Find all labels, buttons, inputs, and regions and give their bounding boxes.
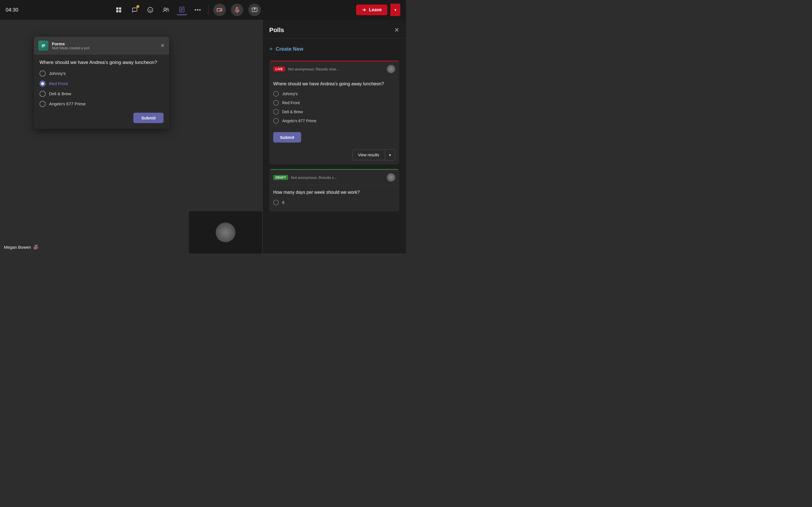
svg-line-16 bbox=[217, 7, 222, 12]
radio-outer-johnnys bbox=[40, 70, 46, 76]
live-poll-card-meta: Not anonymous; Results shar... bbox=[288, 67, 384, 71]
radio-inner-redfront bbox=[41, 82, 44, 85]
top-bar: 04:30 bbox=[0, 0, 406, 20]
poll-popup-option-redfront[interactable]: Red Front bbox=[40, 80, 163, 87]
radio-outer-redfront bbox=[40, 80, 46, 87]
live-poll-card-header: LIVE Not anonymous; Results shar... bbox=[269, 61, 399, 77]
poll-popup-options: Johnny'sRed FrontDeli & BrewAngelo's 677… bbox=[40, 70, 163, 107]
poll-popup-body: Where should we have Andrea's going away… bbox=[34, 55, 169, 129]
live-poll-submit-btn[interactable]: Submit bbox=[273, 132, 301, 143]
polls-panel: Polls ✕ + Create New LIVE Not anonymous;… bbox=[262, 20, 406, 253]
panel-option-3[interactable]: Angelo's 677 Prime bbox=[273, 118, 395, 124]
draft-poll-card-meta: Not anonymous; Results s... bbox=[291, 175, 384, 180]
top-bar-right: Leave ▾ bbox=[356, 4, 400, 16]
live-poll-card-body: Where should we have Andrea's going away… bbox=[269, 77, 399, 130]
draft-poll-question: How many days per week should we work? bbox=[273, 189, 395, 195]
live-poll-submit-row: Submit bbox=[269, 130, 399, 147]
draft-option-text: 6 bbox=[282, 200, 285, 205]
svg-rect-3 bbox=[119, 10, 121, 12]
poll-popup-option-johnnys[interactable]: Johnny's bbox=[40, 70, 163, 76]
poll-popup-submit-row: Submit bbox=[40, 113, 163, 123]
poll-popup-app-name: Forms bbox=[52, 41, 89, 46]
leave-dropdown-btn[interactable]: ▾ bbox=[390, 4, 400, 16]
poll-popup-subtitle: Matt Wade created a poll bbox=[52, 46, 89, 50]
draft-poll-option-number: 6 bbox=[273, 200, 395, 205]
more-options-icon[interactable] bbox=[192, 4, 203, 15]
top-bar-center bbox=[113, 4, 261, 16]
chat-icon[interactable] bbox=[129, 4, 140, 15]
option-text-johnnys: Johnny's bbox=[49, 71, 66, 76]
svg-point-5 bbox=[149, 9, 150, 10]
poll-popup-submit-btn[interactable]: Submit bbox=[133, 113, 163, 123]
live-poll-card: LIVE Not anonymous; Results shar... Wher… bbox=[269, 61, 399, 165]
topbar-divider bbox=[208, 5, 208, 15]
poll-popup-close-btn[interactable]: ✕ bbox=[160, 43, 165, 49]
mic-muted-icon bbox=[33, 244, 38, 249]
panel-option-text-0: Johnny's bbox=[282, 92, 298, 96]
poll-popup-titles: Forms Matt Wade created a poll bbox=[52, 41, 89, 50]
reactions-icon[interactable] bbox=[145, 4, 156, 15]
panel-option-text-1: Red Front bbox=[282, 101, 300, 105]
poll-notification-popup: Forms Matt Wade created a poll ✕ Where s… bbox=[34, 37, 169, 129]
draft-poll-card: DRAFT Not anonymous; Results s... How ma… bbox=[269, 169, 399, 211]
call-timer: 04:30 bbox=[6, 7, 18, 13]
option-text-angelo: Angelo's 677 Prime bbox=[49, 101, 86, 106]
svg-point-13 bbox=[195, 9, 196, 11]
user-display-name: Megan Bowen bbox=[4, 245, 31, 249]
share-screen-btn[interactable] bbox=[248, 4, 261, 16]
svg-point-15 bbox=[199, 9, 201, 11]
draft-radio[interactable] bbox=[273, 200, 279, 205]
panel-option-0[interactable]: Johnny's bbox=[273, 91, 395, 97]
radio-outer-angelo bbox=[40, 101, 46, 107]
grid-icon[interactable] bbox=[113, 4, 124, 15]
svg-point-4 bbox=[148, 7, 153, 12]
create-new-poll-btn[interactable]: + Create New bbox=[269, 43, 303, 55]
video-toggle-btn[interactable] bbox=[213, 4, 226, 16]
draft-poll-card-body: How many days per week should we work? 6 bbox=[269, 185, 399, 211]
option-text-redfront: Red Front bbox=[49, 81, 68, 86]
live-poll-creator-avatar bbox=[387, 65, 395, 73]
participant-avatar bbox=[216, 223, 236, 242]
svg-rect-1 bbox=[119, 7, 121, 10]
mic-toggle-btn[interactable] bbox=[231, 4, 243, 16]
panel-option-1[interactable]: Red Front bbox=[273, 100, 395, 106]
radio-outer-delibrew bbox=[40, 91, 46, 97]
video-thumbnail bbox=[189, 211, 262, 253]
poll-popup-option-angelo[interactable]: Angelo's 677 Prime bbox=[40, 101, 163, 107]
svg-point-7 bbox=[164, 8, 166, 10]
leave-button[interactable]: Leave bbox=[356, 4, 388, 15]
polls-icon[interactable] bbox=[176, 4, 187, 15]
user-name-badge: Megan Bowen bbox=[4, 244, 38, 249]
svg-rect-0 bbox=[116, 7, 118, 10]
option-text-delibrew: Deli & Brew bbox=[49, 91, 71, 96]
live-badge: LIVE bbox=[273, 66, 285, 71]
participants-icon[interactable] bbox=[161, 4, 171, 15]
panel-radio-3 bbox=[273, 118, 279, 124]
svg-rect-9 bbox=[180, 7, 184, 12]
panel-option-text-3: Angelo's 677 Prime bbox=[282, 119, 316, 123]
polls-panel-body: + Create New LIVE Not anonymous; Results… bbox=[262, 39, 406, 253]
svg-point-14 bbox=[197, 9, 199, 11]
panel-radio-1 bbox=[273, 100, 279, 106]
top-bar-left: 04:30 bbox=[6, 7, 18, 13]
create-new-plus-icon: + bbox=[269, 45, 273, 53]
polls-panel-close-btn[interactable]: ✕ bbox=[394, 26, 399, 34]
polls-panel-header: Polls ✕ bbox=[262, 20, 406, 39]
live-poll-footer: View results ▾ bbox=[269, 147, 399, 165]
polls-panel-title: Polls bbox=[269, 26, 284, 34]
view-results-dropdown-btn[interactable]: ▾ bbox=[385, 149, 395, 161]
chat-badge bbox=[137, 5, 139, 8]
create-new-label: Create New bbox=[276, 46, 303, 52]
panel-option-text-2: Deli & Brew bbox=[282, 110, 303, 114]
svg-rect-2 bbox=[116, 10, 118, 12]
forms-app-icon bbox=[38, 41, 49, 51]
draft-poll-card-header: DRAFT Not anonymous; Results s... bbox=[269, 170, 399, 185]
poll-popup-header: Forms Matt Wade created a poll ✕ bbox=[34, 37, 169, 55]
view-results-btn[interactable]: View results bbox=[352, 150, 385, 160]
poll-popup-option-delibrew[interactable]: Deli & Brew bbox=[40, 91, 163, 97]
live-poll-question: Where should we have Andrea's going away… bbox=[273, 81, 395, 87]
main-content-area: Forms Matt Wade created a poll ✕ Where s… bbox=[0, 20, 262, 253]
panel-option-2[interactable]: Deli & Brew bbox=[273, 109, 395, 115]
poll-popup-question: Where should we have Andrea's going away… bbox=[40, 59, 163, 66]
poll-popup-header-left: Forms Matt Wade created a poll bbox=[38, 41, 89, 51]
